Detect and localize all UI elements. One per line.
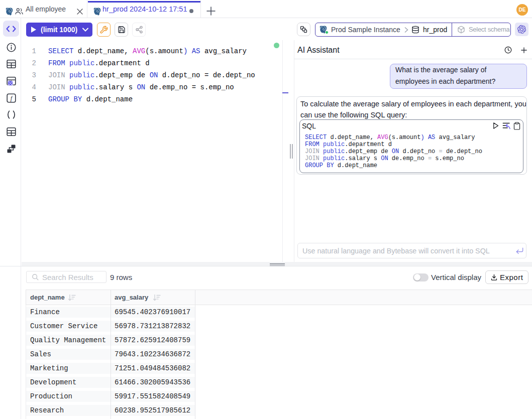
svg-text:f: f (11, 95, 13, 102)
